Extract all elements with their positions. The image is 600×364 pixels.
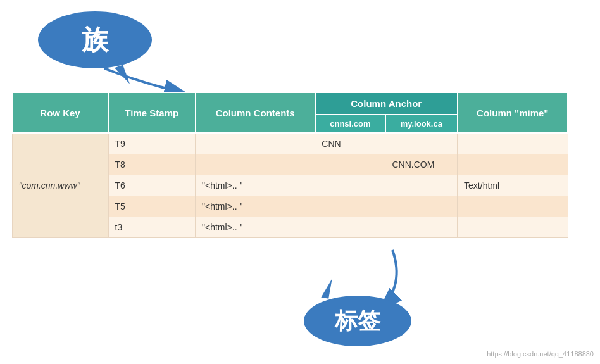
cell-mylook: CNN.COM [385,154,458,175]
cell-contents: "<html>.. " [196,217,315,238]
table-body: "com.cnn.www"T9CNNT8CNN.COMT6"<html>.. "… [12,133,568,238]
cell-mylook [385,196,458,217]
th-mylook: my.look.ca [385,115,458,133]
cell-cnnsi [315,175,385,196]
cell-timestamp: T9 [108,133,195,154]
cell-timestamp: t3 [108,217,195,238]
bubble-bottom-text: 标签 [335,306,380,337]
cell-cnnsi [315,196,385,217]
cell-mime [458,133,568,154]
cell-cnnsi: CNN [315,133,385,154]
cell-contents: "<html>.. " [196,175,315,196]
bubble-top-text: 族 [82,22,108,58]
th-col-contents: Column Contents [196,92,315,133]
cell-row-key: "com.cnn.www" [12,133,108,238]
table-row: "com.cnn.www"T9CNN [12,133,568,154]
th-cnnsi: cnnsi.com [315,115,385,133]
th-row-key: Row Key [12,92,108,133]
table-wrapper: Row Key Time Stamp Column Contents Colum… [11,92,568,238]
cell-mylook [385,217,458,238]
cell-mime [458,154,568,175]
cell-mime [458,217,568,238]
th-col-mime: Column "mime" [458,92,568,133]
header-row-1: Row Key Time Stamp Column Contents Colum… [12,92,568,115]
cell-mime: Text/html [458,175,568,196]
cell-timestamp: T8 [108,154,195,175]
watermark: https://blog.csdn.net/qq_41188880 [487,350,594,358]
cell-timestamp: T5 [108,196,195,217]
cell-contents: "<html>.. " [196,196,315,217]
th-timestamp: Time Stamp [108,92,195,133]
cell-timestamp: T6 [108,175,195,196]
cell-mylook [385,175,458,196]
cell-mylook [385,133,458,154]
cell-contents [196,154,315,175]
th-col-anchor: Column Anchor [315,92,458,115]
bubble-top: 族 [38,11,152,68]
bubble-bottom: 标签 [304,296,411,346]
cell-cnnsi [315,154,385,175]
main-container: 族 Row Key Time Stamp Column Contents C [0,0,600,364]
cell-contents [196,133,315,154]
cell-mime [458,196,568,217]
cell-cnnsi [315,217,385,238]
main-table: Row Key Time Stamp Column Contents Colum… [11,92,568,238]
